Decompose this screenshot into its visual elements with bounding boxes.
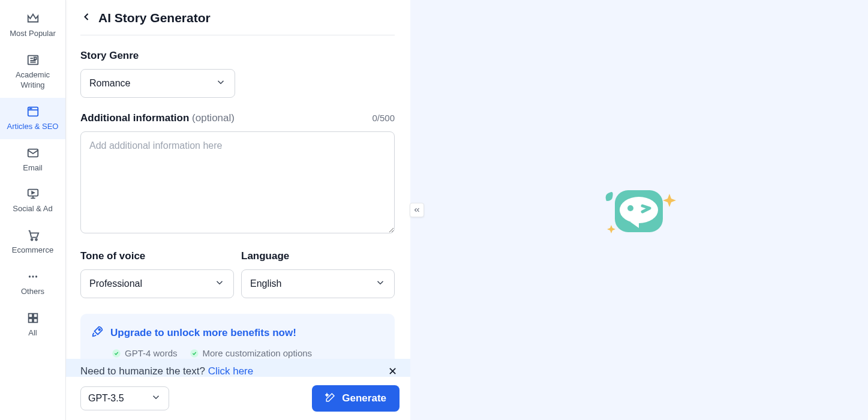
title-row: AI Story Generator [80, 11, 395, 35]
sidebar-item-label: Social & Ad [13, 204, 53, 214]
sidebar-item-label: Ecommerce [12, 245, 53, 256]
page-title: AI Story Generator [98, 11, 211, 25]
sidebar-item-social-ad[interactable]: Social & Ad [0, 180, 65, 221]
svg-rect-18 [28, 314, 32, 317]
newspaper-icon [26, 53, 40, 67]
monitor-icon [26, 187, 40, 200]
svg-point-24 [190, 349, 198, 357]
svg-point-7 [29, 108, 30, 109]
sidebar-item-label: All [28, 328, 37, 338]
additional-info-textarea[interactable] [80, 131, 395, 233]
banner-text: Need to humanize the text? [80, 365, 208, 377]
sidebar: Most Popular Academic Writing Articles &… [0, 0, 66, 420]
sidebar-item-email[interactable]: Email [0, 139, 65, 181]
sidebar-item-label: Email [23, 163, 43, 173]
svg-point-26 [620, 197, 658, 223]
svg-rect-21 [33, 319, 37, 322]
tone-value: Professional [89, 278, 142, 289]
char-counter: 0/500 [372, 113, 395, 123]
form-panel: AI Story Generator Story Genre Romance A… [66, 0, 410, 420]
model-select[interactable]: GPT-3.5 [80, 386, 169, 410]
sidebar-item-label: Others [21, 287, 44, 297]
svg-rect-19 [33, 314, 37, 317]
language-value: English [250, 278, 281, 289]
browser-icon [26, 105, 40, 118]
sidebar-item-label: Academic Writing [4, 70, 62, 91]
preview-panel [410, 0, 868, 420]
cart-icon [26, 229, 40, 242]
generate-label: Generate [342, 392, 386, 404]
svg-point-17 [35, 276, 37, 278]
svg-rect-4 [34, 57, 36, 59]
additional-label: Additional information (optional) 0/500 [80, 112, 395, 124]
svg-rect-20 [28, 319, 32, 322]
sidebar-item-academic[interactable]: Academic Writing [0, 46, 65, 98]
tone-select[interactable]: Professional [80, 269, 234, 298]
sidebar-item-all[interactable]: All [0, 304, 65, 346]
sidebar-item-articles-seo[interactable]: Articles & SEO [0, 98, 65, 139]
upgrade-feature: GPT-4 words [112, 348, 178, 358]
genre-label: Story Genre [80, 50, 395, 62]
sidebar-item-most-popular[interactable]: Most Popular [0, 5, 65, 46]
tone-label: Tone of voice [80, 250, 234, 262]
svg-point-15 [28, 276, 30, 278]
sidebar-item-label: Articles & SEO [7, 122, 59, 132]
banner-link[interactable]: Click here [208, 365, 254, 377]
chevron-down-icon [214, 277, 225, 290]
svg-point-16 [32, 276, 34, 278]
check-icon [190, 349, 199, 358]
grid-icon [26, 311, 40, 325]
language-label: Language [241, 250, 395, 262]
svg-point-27 [627, 205, 633, 211]
generate-button[interactable]: Generate [312, 385, 400, 412]
wand-icon [325, 392, 336, 406]
sidebar-item-label: Most Popular [10, 29, 56, 39]
mascot-illustration [600, 183, 678, 237]
svg-point-8 [31, 108, 31, 109]
check-icon [112, 349, 121, 358]
sidebar-item-others[interactable]: Others [0, 263, 65, 304]
genre-select[interactable]: Romance [80, 69, 235, 98]
rocket-icon [91, 325, 104, 341]
model-value: GPT-3.5 [88, 393, 124, 404]
close-icon[interactable]: ✕ [388, 365, 397, 378]
crown-icon [26, 12, 40, 25]
dots-icon [26, 270, 40, 283]
svg-point-23 [112, 349, 120, 357]
genre-value: Romance [89, 78, 130, 89]
chevron-down-icon [215, 77, 226, 90]
svg-point-13 [31, 239, 32, 241]
svg-point-14 [35, 239, 37, 241]
footer-bar: GPT-3.5 Generate [66, 377, 410, 420]
sidebar-item-ecommerce[interactable]: Ecommerce [0, 221, 65, 263]
mail-icon [26, 146, 40, 160]
collapse-button[interactable] [410, 203, 424, 217]
chevron-down-icon [151, 392, 161, 405]
language-select[interactable]: English [241, 269, 395, 298]
svg-point-22 [98, 329, 100, 331]
upgrade-title: Upgrade to unlock more benefits now! [110, 327, 296, 339]
upgrade-feature: More customization options [190, 348, 313, 358]
upgrade-box[interactable]: Upgrade to unlock more benefits now! GPT… [80, 314, 395, 364]
back-button[interactable] [80, 11, 92, 25]
chevron-down-icon [375, 277, 386, 290]
